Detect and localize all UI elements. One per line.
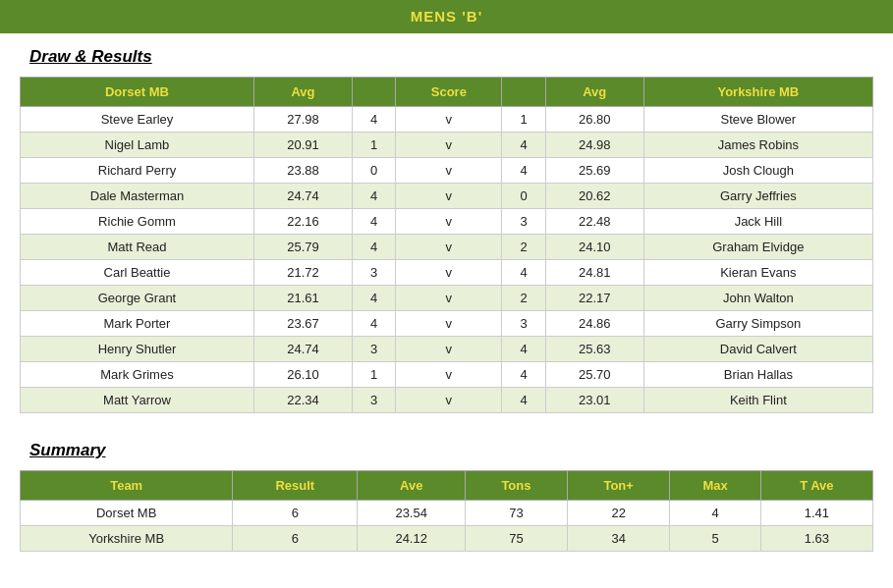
sum-col-tons: Tons <box>466 471 568 501</box>
home-score: 4 <box>352 286 395 311</box>
sum-col-ton-plus: Ton+ <box>567 471 670 501</box>
home-score: 3 <box>352 337 395 362</box>
home-score: 3 <box>352 260 395 286</box>
draw-table-row: Matt Read 25.79 4 v 2 24.10 Graham Elvid… <box>21 235 873 260</box>
away-player-name: Steve Blower <box>643 107 872 133</box>
draw-table-body: Steve Earley 27.98 4 v 1 26.80 Steve Blo… <box>21 107 873 413</box>
vs-cell: v <box>396 260 502 286</box>
draw-table-row: Carl Beattie 21.72 3 v 4 24.81 Kieran Ev… <box>21 260 873 286</box>
home-score: 0 <box>352 158 395 184</box>
vs-cell: v <box>396 311 502 337</box>
away-player-name: Jack Hill <box>643 209 872 235</box>
away-avg: 26.80 <box>545 107 643 133</box>
draw-table-header-row: Dorset MB Avg Score Avg Yorkshire MB <box>21 78 873 107</box>
away-score: 4 <box>502 362 545 388</box>
summary-table: Team Result Ave Tons Ton+ Max T Ave Dors… <box>20 470 873 552</box>
home-avg: 27.98 <box>253 107 352 133</box>
sum-t-ave: 1.41 <box>760 501 872 526</box>
away-avg: 24.86 <box>545 311 643 337</box>
home-player-name: Steve Earley <box>21 107 254 133</box>
sum-col-ave: Ave <box>358 471 466 501</box>
draw-table-row: Matt Yarrow 22.34 3 v 4 23.01 Keith Flin… <box>21 388 873 413</box>
summary-title: Summary <box>0 423 893 470</box>
summary-table-body: Dorset MB 6 23.54 73 22 4 1.41 Yorkshire… <box>21 501 873 552</box>
draw-table-row: Richie Gomm 22.16 4 v 3 22.48 Jack Hill <box>21 209 873 235</box>
away-avg: 25.70 <box>545 362 643 388</box>
home-player-name: Matt Read <box>21 235 254 260</box>
home-avg: 22.16 <box>253 209 352 235</box>
home-avg: 21.61 <box>253 286 352 311</box>
sum-result: 6 <box>233 501 358 526</box>
home-avg: 24.74 <box>253 337 352 362</box>
away-score: 3 <box>502 311 545 337</box>
page-title: MENS 'B' <box>411 8 482 25</box>
page-wrapper: MENS 'B' Draw & Results Dorset MB Avg Sc… <box>0 0 893 561</box>
away-score: 1 <box>502 107 545 133</box>
home-score: 4 <box>352 107 395 133</box>
home-avg: 22.34 <box>253 388 352 413</box>
home-player-name: Mark Grimes <box>21 362 254 388</box>
home-player-name: Carl Beattie <box>21 260 254 286</box>
header-bar: MENS 'B' <box>0 0 893 33</box>
away-score: 0 <box>502 184 545 209</box>
home-player-name: Mark Porter <box>21 311 254 337</box>
home-player-name: Nigel Lamb <box>21 133 254 158</box>
away-score: 3 <box>502 209 545 235</box>
home-avg: 26.10 <box>253 362 352 388</box>
away-score: 4 <box>502 337 545 362</box>
col-away-avg: Avg <box>545 78 643 107</box>
sum-team: Dorset MB <box>21 501 233 526</box>
away-score: 2 <box>502 235 545 260</box>
away-avg: 22.48 <box>545 209 643 235</box>
summary-table-row: Dorset MB 6 23.54 73 22 4 1.41 <box>21 501 873 526</box>
vs-cell: v <box>396 133 502 158</box>
home-player-name: Henry Shutler <box>21 337 254 362</box>
home-score: 4 <box>352 184 395 209</box>
draw-table-row: George Grant 21.61 4 v 2 22.17 John Walt… <box>21 286 873 311</box>
sum-col-t-ave: T Ave <box>760 471 872 501</box>
draw-table-row: Mark Grimes 26.10 1 v 4 25.70 Brian Hall… <box>21 362 873 388</box>
sum-t-ave: 1.63 <box>760 526 872 552</box>
home-avg: 24.74 <box>253 184 352 209</box>
home-player-name: Richard Perry <box>21 158 254 184</box>
away-player-name: Garry Jeffries <box>643 184 872 209</box>
home-player-name: Matt Yarrow <box>21 388 254 413</box>
away-avg: 24.98 <box>545 133 643 158</box>
draw-results-table-wrapper: Dorset MB Avg Score Avg Yorkshire MB Ste… <box>0 77 893 423</box>
col-dorset-mb: Dorset MB <box>21 78 254 107</box>
summary-header-row: Team Result Ave Tons Ton+ Max T Ave <box>21 471 873 501</box>
sum-ave: 24.12 <box>358 526 466 552</box>
sum-ave: 23.54 <box>358 501 466 526</box>
vs-cell: v <box>396 337 502 362</box>
vs-cell: v <box>396 235 502 260</box>
home-player-name: George Grant <box>21 286 254 311</box>
home-score: 4 <box>352 235 395 260</box>
away-player-name: David Calvert <box>643 337 872 362</box>
draw-table-row: Nigel Lamb 20.91 1 v 4 24.98 James Robin… <box>21 133 873 158</box>
draw-table-row: Henry Shutler 24.74 3 v 4 25.63 David Ca… <box>21 337 873 362</box>
draw-table-row: Mark Porter 23.67 4 v 3 24.86 Garry Simp… <box>21 311 873 337</box>
away-avg: 23.01 <box>545 388 643 413</box>
away-avg: 24.10 <box>545 235 643 260</box>
home-player-name: Richie Gomm <box>21 209 254 235</box>
vs-cell: v <box>396 184 502 209</box>
sum-ton-plus: 22 <box>567 501 670 526</box>
col-yorkshire-mb: Yorkshire MB <box>643 78 872 107</box>
home-score: 1 <box>352 362 395 388</box>
home-score: 3 <box>352 388 395 413</box>
vs-cell: v <box>396 388 502 413</box>
away-avg: 24.81 <box>545 260 643 286</box>
away-player-name: James Robins <box>643 133 872 158</box>
draw-table-row: Richard Perry 23.88 0 v 4 25.69 Josh Clo… <box>21 158 873 184</box>
sum-team: Yorkshire MB <box>21 526 233 552</box>
home-score: 4 <box>352 209 395 235</box>
draw-table-row: Steve Earley 27.98 4 v 1 26.80 Steve Blo… <box>21 107 873 133</box>
sum-ton-plus: 34 <box>567 526 670 552</box>
away-score: 4 <box>502 260 545 286</box>
home-avg: 23.88 <box>253 158 352 184</box>
col-score-label: Score <box>396 78 502 107</box>
away-avg: 25.69 <box>545 158 643 184</box>
draw-results-title: Draw & Results <box>0 33 893 77</box>
away-score: 4 <box>502 388 545 413</box>
away-player-name: John Walton <box>643 286 872 311</box>
